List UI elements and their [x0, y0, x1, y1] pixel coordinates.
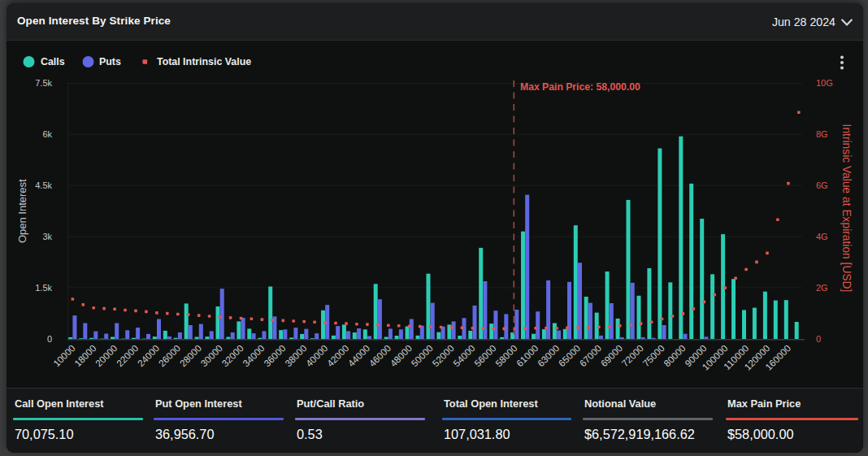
svg-text:63000: 63000	[535, 342, 561, 368]
svg-text:4.5k: 4.5k	[35, 180, 52, 190]
svg-text:0: 0	[47, 334, 52, 344]
svg-text:80000: 80000	[662, 342, 688, 368]
svg-text:75000: 75000	[640, 342, 666, 368]
svg-text:Max Pain Price: 58,000.00: Max Pain Price: 58,000.00	[520, 81, 640, 93]
svg-text:Calls: Calls	[41, 56, 65, 67]
svg-text:69000: 69000	[598, 342, 624, 368]
svg-text:44000: 44000	[345, 342, 371, 368]
svg-text:32000: 32000	[219, 342, 245, 368]
svg-text:20000: 20000	[93, 342, 119, 368]
svg-text:40000: 40000	[304, 342, 330, 368]
svg-text:36000: 36000	[262, 342, 288, 368]
svg-text:4G: 4G	[816, 232, 828, 241]
svg-text:28000: 28000	[177, 342, 203, 368]
svg-text:48000: 48000	[388, 342, 414, 368]
svg-text:10G: 10G	[816, 78, 833, 88]
svg-text:34000: 34000	[241, 342, 267, 368]
svg-text:46000: 46000	[367, 342, 393, 368]
svg-text:61000: 61000	[514, 342, 540, 368]
svg-text:24000: 24000	[135, 342, 161, 368]
svg-text:65000: 65000	[556, 342, 582, 368]
svg-text:Total Intrinsic Value: Total Intrinsic Value	[157, 56, 251, 67]
svg-text:56000: 56000	[472, 342, 498, 368]
svg-text:3k: 3k	[42, 232, 52, 241]
svg-text:10000: 10000	[51, 342, 77, 368]
svg-text:67000: 67000	[577, 342, 603, 368]
svg-text:54000: 54000	[451, 342, 477, 368]
svg-text:22000: 22000	[114, 342, 140, 368]
svg-text:26000: 26000	[156, 342, 182, 368]
svg-text:Open Interest: Open Interest	[16, 179, 28, 243]
svg-text:72000: 72000	[619, 342, 645, 368]
svg-text:50000: 50000	[409, 342, 435, 368]
svg-text:52000: 52000	[430, 342, 456, 368]
svg-text:42000: 42000	[324, 342, 350, 368]
svg-text:18000: 18000	[72, 342, 98, 368]
svg-text:0: 0	[816, 334, 821, 344]
svg-text:6G: 6G	[816, 180, 828, 190]
svg-text:7.5k: 7.5k	[35, 78, 52, 88]
svg-text:8G: 8G	[816, 129, 828, 139]
svg-text:6k: 6k	[42, 129, 52, 139]
svg-text:38000: 38000	[283, 342, 309, 368]
svg-text:30000: 30000	[198, 342, 224, 368]
svg-text:2G: 2G	[816, 283, 828, 293]
svg-text:58000: 58000	[493, 342, 519, 368]
svg-text:Intrinsic Value at Expiration: Intrinsic Value at Expiration [USD]	[840, 124, 853, 293]
svg-text:Puts: Puts	[99, 56, 121, 67]
svg-text:1.5k: 1.5k	[35, 283, 52, 293]
